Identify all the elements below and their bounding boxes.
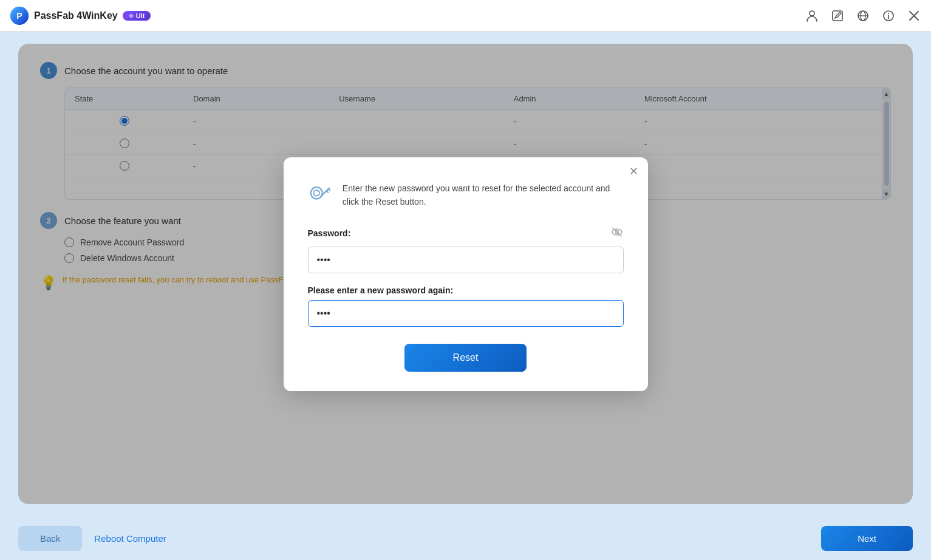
svg-point-13 [310,187,322,199]
modal-header: Enter the new password you want to reset… [308,179,624,211]
close-icon[interactable] [907,9,921,23]
reboot-button[interactable]: Reboot Computer [94,533,166,544]
back-button[interactable]: Back [18,526,82,551]
reset-button[interactable]: Reset [404,344,527,372]
main-area: 1 Choose the account you want to operate… [0,32,931,516]
modal-description: Enter the new password you want to reset… [343,179,624,209]
app-title: PassFab 4WinKey [34,10,118,21]
next-button[interactable]: Next [821,526,913,551]
password-eye-icon[interactable] [610,225,624,242]
confirm-password-field: Please enter a new password again: [308,285,624,327]
modal-dialog: ✕ Enter the new password you want to res… [284,157,648,391]
password-label: Password: [308,225,624,242]
password-input[interactable] [308,247,624,273]
user-icon[interactable] [805,9,819,23]
svg-point-10 [888,13,889,14]
globe-icon[interactable] [856,9,870,23]
modal-overlay: ✕ Enter the new password you want to res… [18,44,913,504]
titlebar-icons [805,9,921,23]
svg-point-14 [313,190,319,196]
edit-icon[interactable] [830,9,845,23]
info-icon[interactable] [881,9,896,23]
app-logo: P [10,6,29,26]
modal-close-button[interactable]: ✕ [629,166,638,177]
svg-rect-4 [833,11,842,21]
svg-text:P: P [16,11,22,21]
bottom-bar: Back Reboot Computer Next [0,516,931,560]
titlebar: P PassFab 4WinKey Ult [0,0,931,32]
ult-badge: Ult [123,11,151,21]
confirm-password-label: Please enter a new password again: [308,285,624,295]
svg-point-3 [810,11,814,16]
confirm-password-input[interactable] [308,300,624,327]
password-field: Password: [308,225,624,273]
key-icon [308,179,333,211]
main-card: 1 Choose the account you want to operate… [18,44,913,504]
